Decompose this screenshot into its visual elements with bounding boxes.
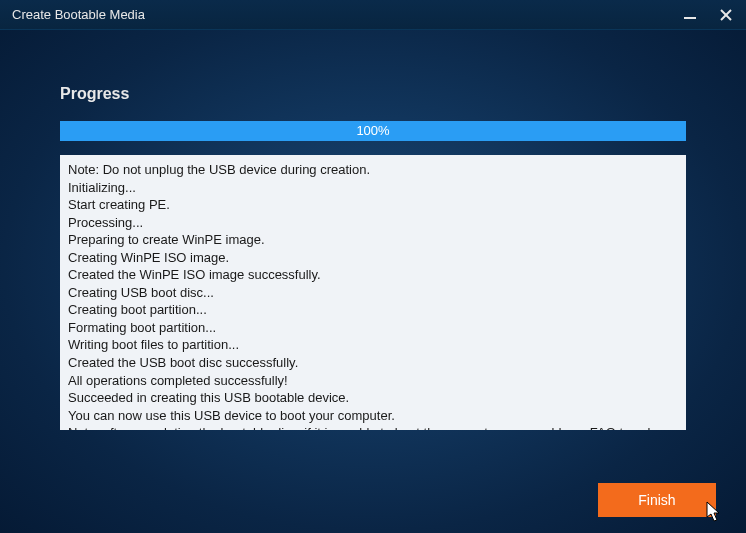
log-line: Initializing... xyxy=(68,179,678,197)
log-output: Note: Do not unplug the USB device durin… xyxy=(60,155,686,430)
log-line: Preparing to create WinPE image. xyxy=(68,231,678,249)
log-line: Creating WinPE ISO image. xyxy=(68,249,678,267)
log-line: Note: after completing the bootable disc… xyxy=(68,424,678,430)
finish-button[interactable]: Finish xyxy=(598,483,716,517)
log-line: Note: Do not unplug the USB device durin… xyxy=(68,161,678,179)
progress-heading: Progress xyxy=(60,85,686,103)
log-line: Creating boot partition... xyxy=(68,301,678,319)
log-line: You can now use this USB device to boot … xyxy=(68,407,678,425)
log-line: Processing... xyxy=(68,214,678,232)
close-button[interactable] xyxy=(716,5,736,25)
minimize-button[interactable] xyxy=(680,5,700,25)
titlebar: Create Bootable Media xyxy=(0,0,746,30)
window-controls xyxy=(680,5,736,25)
log-line: Writing boot files to partition... xyxy=(68,336,678,354)
content-area: Progress 100% Note: Do not unplug the US… xyxy=(0,30,746,430)
progress-percent-text: 100% xyxy=(60,121,686,141)
progress-bar: 100% xyxy=(60,121,686,141)
log-line: Created the USB boot disc successfully. xyxy=(68,354,678,372)
close-icon xyxy=(719,8,733,22)
log-line: Formating boot partition... xyxy=(68,319,678,337)
log-line: Succeeded in creating this USB bootable … xyxy=(68,389,678,407)
log-line: Creating USB boot disc... xyxy=(68,284,678,302)
window-title: Create Bootable Media xyxy=(12,7,145,22)
log-line: Start creating PE. xyxy=(68,196,678,214)
minimize-icon xyxy=(683,8,697,22)
log-line: Created the WinPE ISO image successfully… xyxy=(68,266,678,284)
log-line: All operations completed successfully! xyxy=(68,372,678,390)
